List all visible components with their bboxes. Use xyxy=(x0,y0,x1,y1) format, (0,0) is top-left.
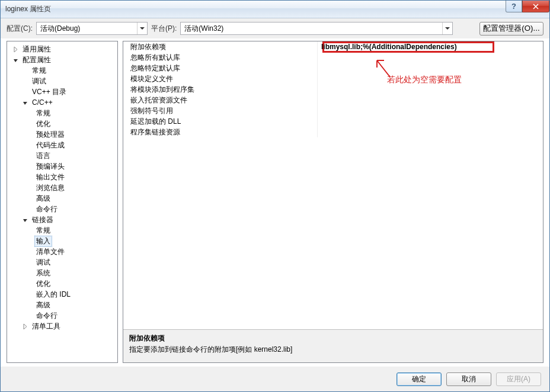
expand-right-icon[interactable] xyxy=(21,323,29,330)
property-value[interactable] xyxy=(318,73,543,84)
property-value[interactable] xyxy=(318,63,543,73)
property-name: 强制符号引用 xyxy=(123,105,318,116)
description-panel: 附加依赖项 指定要添加到链接命令行的附加项[例如 kernel32.lib] xyxy=(123,329,543,362)
tree-item-cc-child[interactable]: 优化 xyxy=(7,118,117,129)
property-row[interactable]: 模块定义文件 xyxy=(123,73,543,84)
property-value[interactable] xyxy=(318,105,543,116)
close-button[interactable] xyxy=(522,1,549,12)
titlebar: loginex 属性页 ? xyxy=(1,1,549,18)
description-title: 附加依赖项 xyxy=(129,333,537,343)
ok-button[interactable]: 确定 xyxy=(396,372,442,386)
tree-item-cc-child[interactable]: 预处理器 xyxy=(7,129,117,140)
property-name: 忽略所有默认库 xyxy=(123,52,318,63)
property-row[interactable]: 附加依赖项libmysql.lib;%(AdditionalDependenci… xyxy=(123,41,543,52)
platform-combo-value: 活动(Win32) xyxy=(184,24,223,34)
tree-item-linker-child[interactable]: 嵌入的 IDL xyxy=(7,289,117,300)
collapse-icon[interactable] xyxy=(21,216,29,224)
right-panel: 若此处为空需要配置 附加依赖项libmysql.lib;%(Additional… xyxy=(123,41,543,363)
config-manager-button[interactable]: 配置管理器(O)... xyxy=(479,22,543,36)
tree-item-cc-child[interactable]: 高级 xyxy=(7,193,117,204)
property-name: 延迟加载的 DLL xyxy=(123,116,318,127)
property-name: 附加依赖项 xyxy=(123,41,318,52)
tree-item-linker-child[interactable]: 清单文件 xyxy=(7,246,117,257)
property-value[interactable] xyxy=(318,116,543,127)
tree-item-general[interactable]: 常规 xyxy=(7,65,117,76)
tree-item-cc[interactable]: C/C++ xyxy=(7,97,117,108)
chevron-down-icon xyxy=(442,23,452,34)
tree-item-cc-child[interactable]: 代码生成 xyxy=(7,140,117,150)
property-value[interactable] xyxy=(318,84,543,95)
close-icon xyxy=(532,4,539,9)
property-name: 模块定义文件 xyxy=(123,73,318,84)
toolbar: 配置(C): 活动(Debug) 平台(P): 活动(Win32) 配置管理器(… xyxy=(1,18,549,38)
apply-button[interactable]: 应用(A) xyxy=(496,372,541,386)
property-row[interactable]: 嵌入托管资源文件 xyxy=(123,95,543,105)
chevron-down-icon xyxy=(137,23,147,34)
property-row[interactable]: 忽略特定默认库 xyxy=(123,63,543,73)
platform-label: 平台(P): xyxy=(151,24,177,34)
property-name: 程序集链接资源 xyxy=(123,127,318,137)
tree-item-common[interactable]: 通用属性 xyxy=(7,44,117,54)
property-row[interactable]: 程序集链接资源 xyxy=(123,127,543,137)
tree-item-manifest-tool[interactable]: 清单工具 xyxy=(7,321,117,332)
property-name: 将模块添加到程序集 xyxy=(123,84,318,95)
tree-item-cc-child[interactable]: 语言 xyxy=(7,150,117,161)
tree-item-linker-child[interactable]: 调试 xyxy=(7,257,117,268)
collapse-icon[interactable] xyxy=(12,56,20,64)
property-value[interactable] xyxy=(318,95,543,105)
tree-item-cc-child[interactable]: 预编译头 xyxy=(7,161,117,172)
tree-panel[interactable]: 通用属性 配置属性 常规 调试 VC++ 目录 C/C++ 常规优化预处 xyxy=(7,41,118,363)
main-area: 通用属性 配置属性 常规 调试 VC++ 目录 C/C++ 常规优化预处 xyxy=(1,38,549,367)
property-name: 忽略特定默认库 xyxy=(123,63,318,73)
cancel-button[interactable]: 取消 xyxy=(446,372,491,386)
property-grid[interactable]: 若此处为空需要配置 附加依赖项libmysql.lib;%(Additional… xyxy=(123,41,543,329)
expand-right-icon[interactable] xyxy=(12,46,20,53)
tree-item-linker-child[interactable]: 命令行 xyxy=(7,310,117,321)
tree-item-cc-child[interactable]: 输出文件 xyxy=(7,172,117,182)
collapse-icon[interactable] xyxy=(21,99,29,107)
property-row[interactable]: 强制符号引用 xyxy=(123,105,543,116)
config-label: 配置(C): xyxy=(7,24,33,34)
tree-item-linker-child[interactable]: 优化 xyxy=(7,278,117,289)
dialog-window: loginex 属性页 ? 配置(C): 活动(Debug) 平台(P): 活动… xyxy=(0,0,550,392)
tree-item-linker-child[interactable]: 常规 xyxy=(7,225,117,236)
help-button[interactable]: ? xyxy=(506,1,522,12)
tree-item-cc-child[interactable]: 命令行 xyxy=(7,204,117,214)
property-row[interactable]: 忽略所有默认库 xyxy=(123,52,543,63)
tree-item-vcdirs[interactable]: VC++ 目录 xyxy=(7,86,117,97)
tree-item-linker-child[interactable]: 输入 xyxy=(7,236,117,246)
description-text: 指定要添加到链接命令行的附加项[例如 kernel32.lib] xyxy=(129,345,537,355)
property-row[interactable]: 将模块添加到程序集 xyxy=(123,84,543,95)
property-value[interactable] xyxy=(318,52,543,63)
property-value[interactable] xyxy=(318,127,543,137)
property-value[interactable]: libmysql.lib;%(AdditionalDependencies) xyxy=(318,41,543,52)
window-controls: ? xyxy=(506,1,549,12)
tree-item-linker-child[interactable]: 高级 xyxy=(7,300,117,310)
tree-item-linker-child[interactable]: 系统 xyxy=(7,268,117,278)
config-combo[interactable]: 活动(Debug) xyxy=(36,22,148,35)
property-name: 嵌入托管资源文件 xyxy=(123,95,318,105)
button-row: 确定 取消 应用(A) xyxy=(1,367,549,391)
tree-item-cc-child[interactable]: 浏览信息 xyxy=(7,182,117,193)
config-combo-value: 活动(Debug) xyxy=(40,24,80,34)
property-row[interactable]: 延迟加载的 DLL xyxy=(123,116,543,127)
platform-combo[interactable]: 活动(Win32) xyxy=(180,22,453,35)
tree-item-config-props[interactable]: 配置属性 xyxy=(7,54,117,65)
tree-item-debug[interactable]: 调试 xyxy=(7,76,117,86)
window-title: loginex 属性页 xyxy=(5,4,51,14)
tree-item-cc-child[interactable]: 常规 xyxy=(7,108,117,118)
tree-item-linker[interactable]: 链接器 xyxy=(7,214,117,225)
